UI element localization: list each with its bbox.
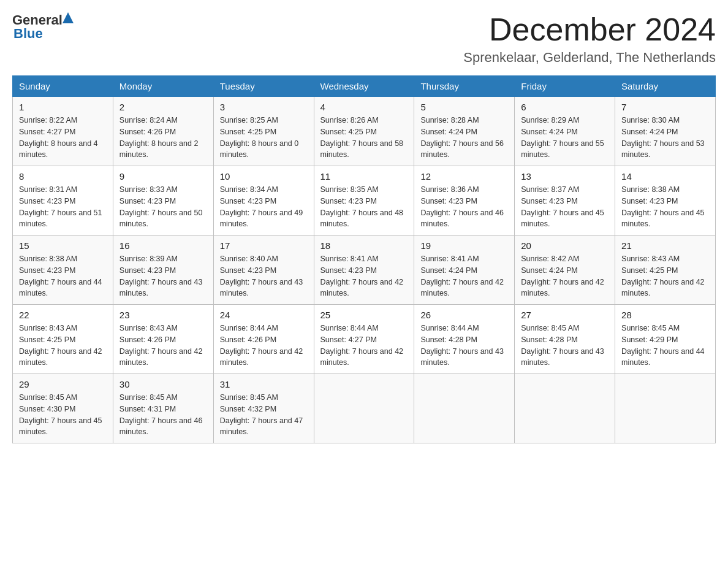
day-number: 10 [220, 171, 308, 182]
calendar-cell [414, 374, 515, 443]
col-header-tuesday: Tuesday [213, 76, 314, 97]
day-number: 23 [119, 310, 207, 320]
day-number: 27 [521, 310, 609, 320]
calendar-cell: 23 Sunrise: 8:43 AMSunset: 4:26 PMDaylig… [113, 305, 213, 374]
calendar-table: SundayMondayTuesdayWednesdayThursdayFrid… [12, 75, 716, 443]
calendar-cell [515, 374, 615, 443]
day-number: 30 [119, 379, 207, 389]
day-number: 28 [621, 310, 709, 320]
day-info: Sunrise: 8:30 AMSunset: 4:24 PMDaylight:… [621, 116, 705, 159]
day-number: 25 [320, 310, 408, 320]
day-info: Sunrise: 8:45 AMSunset: 4:30 PMDaylight:… [19, 393, 102, 436]
calendar-week-5: 29 Sunrise: 8:45 AMSunset: 4:30 PMDaylig… [13, 374, 716, 443]
calendar-cell: 17 Sunrise: 8:40 AMSunset: 4:23 PMDaylig… [213, 236, 314, 305]
day-info: Sunrise: 8:38 AMSunset: 4:23 PMDaylight:… [621, 185, 705, 228]
day-number: 24 [220, 310, 308, 320]
day-info: Sunrise: 8:24 AMSunset: 4:26 PMDaylight:… [119, 116, 199, 159]
calendar-cell: 31 Sunrise: 8:45 AMSunset: 4:32 PMDaylig… [213, 374, 314, 443]
day-number: 20 [521, 240, 609, 251]
day-info: Sunrise: 8:33 AMSunset: 4:23 PMDaylight:… [119, 185, 203, 228]
calendar-cell: 7 Sunrise: 8:30 AMSunset: 4:24 PMDayligh… [615, 97, 716, 166]
day-number: 19 [420, 240, 508, 251]
calendar-cell: 29 Sunrise: 8:45 AMSunset: 4:30 PMDaylig… [13, 374, 113, 443]
logo-text-blue: Blue [13, 26, 74, 42]
calendar-cell: 13 Sunrise: 8:37 AMSunset: 4:23 PMDaylig… [515, 166, 615, 236]
calendar-week-4: 22 Sunrise: 8:43 AMSunset: 4:25 PMDaylig… [13, 305, 716, 374]
logo-triangle-icon [63, 12, 74, 26]
day-number: 1 [19, 102, 107, 112]
calendar-cell: 14 Sunrise: 8:38 AMSunset: 4:23 PMDaylig… [615, 166, 716, 236]
title-area: December 2024 Sprenkelaar, Gelderland, T… [463, 12, 716, 66]
calendar-cell [314, 374, 414, 443]
col-header-thursday: Thursday [414, 76, 515, 97]
calendar-cell: 16 Sunrise: 8:39 AMSunset: 4:23 PMDaylig… [113, 236, 213, 305]
calendar-cell: 10 Sunrise: 8:34 AMSunset: 4:23 PMDaylig… [213, 166, 314, 236]
day-info: Sunrise: 8:29 AMSunset: 4:24 PMDaylight:… [521, 116, 604, 159]
calendar-cell: 12 Sunrise: 8:36 AMSunset: 4:23 PMDaylig… [414, 166, 515, 236]
calendar-cell: 3 Sunrise: 8:25 AMSunset: 4:25 PMDayligh… [213, 97, 314, 166]
day-info: Sunrise: 8:44 AMSunset: 4:26 PMDaylight:… [220, 324, 303, 367]
calendar-cell: 26 Sunrise: 8:44 AMSunset: 4:28 PMDaylig… [414, 305, 515, 374]
calendar-cell: 19 Sunrise: 8:41 AMSunset: 4:24 PMDaylig… [414, 236, 515, 305]
day-number: 16 [119, 240, 207, 251]
day-number: 5 [420, 102, 508, 112]
day-number: 6 [521, 102, 609, 112]
day-number: 4 [320, 102, 408, 112]
calendar-cell: 28 Sunrise: 8:45 AMSunset: 4:29 PMDaylig… [615, 305, 716, 374]
calendar-week-3: 15 Sunrise: 8:38 AMSunset: 4:23 PMDaylig… [13, 236, 716, 305]
svg-marker-0 [63, 12, 74, 23]
day-number: 8 [19, 171, 107, 182]
day-info: Sunrise: 8:39 AMSunset: 4:23 PMDaylight:… [119, 255, 203, 297]
day-info: Sunrise: 8:45 AMSunset: 4:29 PMDaylight:… [621, 324, 705, 367]
calendar-cell [615, 374, 716, 443]
day-number: 14 [621, 171, 709, 182]
day-info: Sunrise: 8:36 AMSunset: 4:23 PMDaylight:… [420, 185, 504, 228]
calendar-header-row: SundayMondayTuesdayWednesdayThursdayFrid… [13, 76, 716, 97]
page-header: General Blue December 2024 Sprenkelaar, … [12, 12, 716, 66]
calendar-cell: 5 Sunrise: 8:28 AMSunset: 4:24 PMDayligh… [414, 97, 515, 166]
day-info: Sunrise: 8:25 AMSunset: 4:25 PMDaylight:… [220, 116, 299, 159]
day-info: Sunrise: 8:44 AMSunset: 4:28 PMDaylight:… [420, 324, 504, 367]
day-info: Sunrise: 8:35 AMSunset: 4:23 PMDaylight:… [320, 185, 404, 228]
day-info: Sunrise: 8:38 AMSunset: 4:23 PMDaylight:… [19, 255, 102, 297]
day-info: Sunrise: 8:41 AMSunset: 4:23 PMDaylight:… [320, 255, 404, 297]
calendar-cell: 25 Sunrise: 8:44 AMSunset: 4:27 PMDaylig… [314, 305, 414, 374]
calendar-week-2: 8 Sunrise: 8:31 AMSunset: 4:23 PMDayligh… [13, 166, 716, 236]
day-number: 13 [521, 171, 609, 182]
calendar-cell: 24 Sunrise: 8:44 AMSunset: 4:26 PMDaylig… [213, 305, 314, 374]
logo: General Blue [12, 12, 74, 42]
day-info: Sunrise: 8:28 AMSunset: 4:24 PMDaylight:… [420, 116, 504, 159]
day-number: 2 [119, 102, 207, 112]
calendar-cell: 30 Sunrise: 8:45 AMSunset: 4:31 PMDaylig… [113, 374, 213, 443]
day-info: Sunrise: 8:22 AMSunset: 4:27 PMDaylight:… [19, 116, 98, 159]
day-number: 29 [19, 379, 107, 389]
calendar-cell: 9 Sunrise: 8:33 AMSunset: 4:23 PMDayligh… [113, 166, 213, 236]
calendar-cell: 2 Sunrise: 8:24 AMSunset: 4:26 PMDayligh… [113, 97, 213, 166]
day-info: Sunrise: 8:44 AMSunset: 4:27 PMDaylight:… [320, 324, 404, 367]
day-info: Sunrise: 8:43 AMSunset: 4:26 PMDaylight:… [119, 324, 203, 367]
day-number: 15 [19, 240, 107, 251]
day-number: 31 [220, 379, 308, 389]
day-number: 22 [19, 310, 107, 320]
day-number: 21 [621, 240, 709, 251]
day-info: Sunrise: 8:43 AMSunset: 4:25 PMDaylight:… [621, 255, 705, 297]
day-number: 12 [420, 171, 508, 182]
calendar-cell: 18 Sunrise: 8:41 AMSunset: 4:23 PMDaylig… [314, 236, 414, 305]
calendar-cell: 15 Sunrise: 8:38 AMSunset: 4:23 PMDaylig… [13, 236, 113, 305]
col-header-saturday: Saturday [615, 76, 716, 97]
calendar-cell: 1 Sunrise: 8:22 AMSunset: 4:27 PMDayligh… [13, 97, 113, 166]
calendar-cell: 21 Sunrise: 8:43 AMSunset: 4:25 PMDaylig… [615, 236, 716, 305]
day-number: 11 [320, 171, 408, 182]
day-info: Sunrise: 8:31 AMSunset: 4:23 PMDaylight:… [19, 185, 102, 228]
day-number: 3 [220, 102, 308, 112]
location-subtitle: Sprenkelaar, Gelderland, The Netherlands [463, 50, 716, 66]
calendar-cell: 11 Sunrise: 8:35 AMSunset: 4:23 PMDaylig… [314, 166, 414, 236]
day-info: Sunrise: 8:26 AMSunset: 4:25 PMDaylight:… [320, 116, 404, 159]
day-number: 7 [621, 102, 709, 112]
calendar-cell: 22 Sunrise: 8:43 AMSunset: 4:25 PMDaylig… [13, 305, 113, 374]
day-info: Sunrise: 8:45 AMSunset: 4:28 PMDaylight:… [521, 324, 604, 367]
day-info: Sunrise: 8:43 AMSunset: 4:25 PMDaylight:… [19, 324, 102, 367]
day-info: Sunrise: 8:40 AMSunset: 4:23 PMDaylight:… [220, 255, 303, 297]
day-number: 26 [420, 310, 508, 320]
calendar-cell: 27 Sunrise: 8:45 AMSunset: 4:28 PMDaylig… [515, 305, 615, 374]
